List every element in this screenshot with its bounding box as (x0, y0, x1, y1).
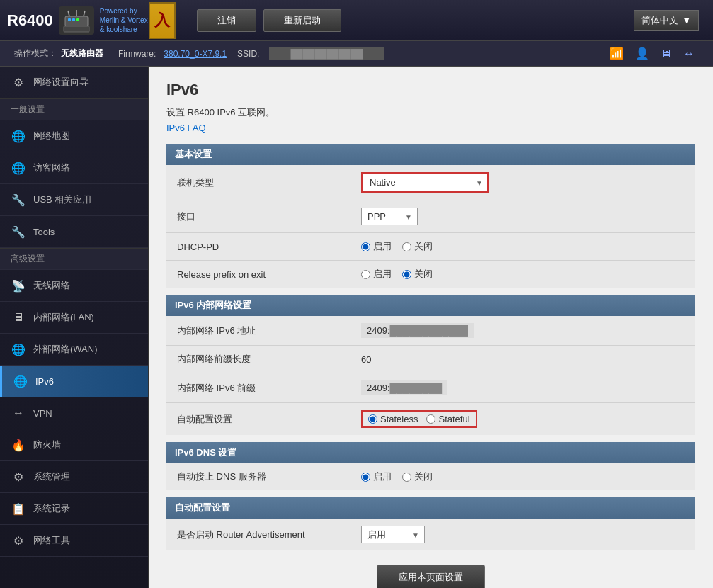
dhcp-pd-disable-label[interactable]: 关闭 (402, 240, 433, 253)
apply-button[interactable]: 应用本页面设置 (377, 565, 485, 588)
sidebar-item-ipv6-label: IPv6 (35, 376, 54, 387)
interface-label: 接口 (177, 210, 361, 223)
brand-name: R6400 (7, 11, 53, 30)
ipv6-lan-section: IPv6 内部网络设置 内部网络 IPv6 地址 2409:██████████… (166, 295, 695, 435)
release-prefix-enable-radio[interactable] (361, 270, 370, 279)
share-icon: ↔ (683, 47, 695, 60)
auto-dns-disable-radio[interactable] (402, 473, 411, 482)
section-general-header: 一般设置 (0, 98, 148, 120)
release-prefix-disable-radio[interactable] (402, 270, 411, 279)
router-adv-select[interactable]: 启用 停用 (361, 526, 425, 543)
interface-control: PPP eth0 eth1 ▼ (361, 208, 685, 225)
stateful-radio[interactable] (426, 414, 435, 424)
chevron-down-icon: ▼ (682, 15, 691, 26)
lan-addr-label: 内部网络 IPv6 地址 (177, 324, 361, 337)
sidebar-item-syslog[interactable]: 📋 系统记录 (0, 493, 148, 525)
sidebar-item-wizard[interactable]: ⚙ 网络设置向导 (0, 67, 148, 98)
statusbar: 操作模式： 无线路由器 Firmware: 380.70_0-X7.9.1 SS… (0, 41, 713, 67)
conn-type-control: Native DHCPv6 PPPoE Static IPv6 6in4 6to… (361, 172, 685, 193)
auto-dns-enable-text: 启用 (373, 470, 392, 483)
sidebar-item-guest-label: 访客网络 (33, 162, 70, 174)
release-prefix-enable-label[interactable]: 启用 (361, 268, 392, 281)
release-prefix-control: 启用 关闭 (361, 268, 685, 281)
auto-config-control: Stateless Stateful (361, 410, 685, 428)
prefix-len-row: 内部网络前缀长度 60 (166, 346, 695, 373)
logout-button[interactable]: 注销 (197, 9, 256, 32)
language-selector[interactable]: 简体中文 ▼ (634, 10, 699, 31)
sidebar-item-nettools[interactable]: ⚙ 网络工具 (0, 525, 148, 557)
stateless-text: Stateless (380, 414, 418, 424)
router-adv-label: 是否启动 Router Advertisement (177, 528, 361, 541)
dhcp-pd-enable-label[interactable]: 启用 (361, 240, 392, 253)
sidebar-item-firewall[interactable]: 🔥 防火墙 (0, 429, 148, 461)
auto-dns-disable-text: 关闭 (414, 470, 433, 483)
firmware-link[interactable]: 380.70_0-X7.9.1 (164, 49, 227, 59)
auto-config-radio-highlight: Stateless Stateful (361, 410, 477, 428)
svg-rect-7 (64, 26, 89, 32)
conn-type-select-wrapper: Native DHCPv6 PPPoE Static IPv6 6in4 6to… (361, 172, 489, 193)
svg-rect-0 (65, 16, 88, 26)
auto-config-section-body: 是否启动 Router Advertisement 启用 停用 ▼ (166, 519, 695, 550)
mode-label: 操作模式： (14, 47, 57, 60)
interface-row: 接口 PPP eth0 eth1 ▼ (166, 200, 695, 233)
interface-select[interactable]: PPP eth0 eth1 (361, 208, 418, 225)
sidebar-item-sysadmin[interactable]: ⚙ 系统管理 (0, 461, 148, 493)
lang-label: 简体中文 (641, 14, 678, 27)
status-icons: 📶 👤 🖥 ↔ (610, 47, 699, 60)
prefix-len-value: 60 (361, 354, 371, 365)
sidebar-item-syslog-label: 系统记录 (33, 502, 70, 515)
auto-dns-radio-group: 启用 关闭 (361, 470, 685, 483)
ipv6-dns-body: 自动接上 DNS 服务器 启用 关闭 (166, 463, 695, 490)
router-adv-select-wrapper: 启用 停用 ▼ (361, 526, 425, 543)
sidebar-item-wireless-label: 无线网络 (33, 279, 70, 292)
sidebar-item-vpn-label: VPN (33, 408, 52, 419)
release-prefix-disable-text: 关闭 (414, 268, 433, 281)
sidebar-item-ipv6[interactable]: 🌐 IPv6 (0, 366, 148, 397)
header-action-buttons: 注销 重新启动 (183, 9, 634, 32)
dhcp-pd-label: DHCP-PD (177, 242, 361, 252)
reboot-button[interactable]: 重新启动 (263, 9, 341, 32)
ipv6-lan-body: 内部网络 IPv6 地址 2409:████████████ 内部网络前缀长度 … (166, 316, 695, 435)
stateful-label[interactable]: Stateful (426, 414, 469, 424)
sidebar-item-wan[interactable]: 🌐 外部网络(WAN) (0, 334, 148, 366)
stateless-radio[interactable] (368, 414, 377, 424)
release-prefix-disable-label[interactable]: 关闭 (402, 268, 433, 281)
sidebar-item-wireless[interactable]: 📡 无线网络 (0, 270, 148, 302)
network-map-icon: 🌐 (11, 128, 26, 144)
sidebar-item-usb[interactable]: 🔧 USB 相关应用 (0, 184, 148, 216)
auto-dns-enable-radio[interactable] (361, 473, 370, 482)
stateless-label[interactable]: Stateless (368, 414, 418, 424)
auto-dns-disable-label[interactable]: 关闭 (402, 470, 433, 483)
section-advanced-header: 高级设置 (0, 248, 148, 270)
conn-type-select[interactable]: Native DHCPv6 PPPoE Static IPv6 6in4 6to… (361, 172, 489, 193)
main-layout: ⚙ 网络设置向导 一般设置 🌐 网络地图 🌐 访客网络 🔧 USB 相关应用 🔧… (0, 67, 713, 588)
dhcp-pd-enable-radio[interactable] (361, 242, 370, 251)
sidebar-item-usb-label: USB 相关应用 (33, 193, 91, 206)
sidebar-item-guest[interactable]: 🌐 访客网络 (0, 152, 148, 184)
svg-rect-3 (76, 18, 79, 21)
router-adv-control: 启用 停用 ▼ (361, 526, 685, 543)
network-icon: 🖥 (661, 47, 672, 60)
dhcp-pd-radio-group: 启用 关闭 (361, 240, 685, 253)
firmware-label: Firmware: (118, 49, 156, 59)
release-prefix-row: Release prefix on exit 启用 关闭 (166, 261, 695, 288)
ipv6-dns-header: IPv6 DNS 设置 (166, 442, 695, 463)
sidebar-item-vpn[interactable]: ↔ VPN (0, 397, 148, 429)
mode-value: 无线路由器 (61, 47, 103, 60)
sidebar: ⚙ 网络设置向导 一般设置 🌐 网络地图 🌐 访客网络 🔧 USB 相关应用 🔧… (0, 67, 149, 588)
lan-addr-control: 2409:████████████ (361, 323, 685, 338)
auto-dns-enable-label[interactable]: 启用 (361, 470, 392, 483)
sidebar-item-network-map[interactable]: 🌐 网络地图 (0, 120, 148, 152)
page-title: IPv6 (166, 81, 695, 99)
conn-type-label: 联机类型 (177, 176, 361, 189)
brand-area: R6400 Powered by Merlin & Vortex & kools… (0, 6, 149, 35)
sidebar-item-tools[interactable]: 🔧 Tools (0, 216, 148, 248)
auto-config-section: 自动配置设置 是否启动 Router Advertisement 启用 停用 ▼ (166, 497, 695, 550)
ipv6-faq-link[interactable]: IPv6 FAQ (166, 123, 695, 133)
sidebar-item-lan[interactable]: 🖥 内部网络(LAN) (0, 302, 148, 334)
prefix-row: 内部网络 IPv6 前缀 2409:████████ (166, 373, 695, 403)
sysadmin-icon: ⚙ (11, 469, 26, 485)
wifi-icon: 📶 (610, 47, 624, 60)
dhcp-pd-disable-radio[interactable] (402, 242, 411, 251)
wan-icon: 🌐 (11, 341, 26, 357)
